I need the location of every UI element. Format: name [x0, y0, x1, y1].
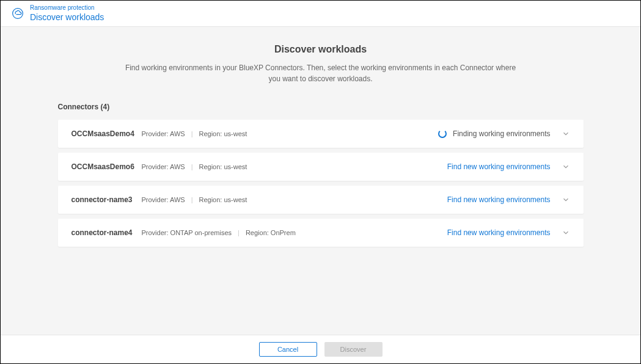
connector-name: OCCMsaasDemo6	[71, 162, 142, 171]
meta-divider: |	[191, 196, 193, 203]
page-title: Discover workloads	[1, 44, 640, 55]
connectors-section: Connectors (4) OCCMsaasDemo4 Provider: A…	[58, 103, 584, 247]
connector-meta: Provider: AWS | Region: us-west	[142, 163, 447, 170]
meta-divider: |	[238, 229, 240, 236]
header-subtitle: Ransomware protection	[30, 4, 104, 12]
connector-action: Find new working environments	[447, 228, 551, 237]
page-header: Ransomware protection Discover workloads	[1, 1, 640, 27]
meta-divider: |	[191, 163, 193, 170]
region-label: Region: OnPrem	[246, 229, 296, 236]
region-label: Region: us-west	[199, 196, 247, 203]
region-label: Region: us-west	[199, 163, 247, 170]
expand-toggle[interactable]	[562, 162, 570, 171]
chevron-down-icon	[562, 162, 570, 171]
connector-row: connector-name4 Provider: ONTAP on-premi…	[58, 219, 584, 247]
status-text: Finding working environments	[453, 129, 550, 138]
connector-name: connector-name3	[71, 195, 142, 204]
provider-label: Provider: AWS	[142, 196, 185, 203]
connector-meta: Provider: ONTAP on-premises | Region: On…	[142, 229, 447, 236]
chevron-down-icon	[562, 228, 570, 237]
meta-divider: |	[191, 130, 193, 137]
expand-toggle[interactable]	[562, 129, 570, 138]
page-description: Find working environments in your BlueXP…	[125, 62, 516, 84]
provider-label: Provider: ONTAP on-premises	[142, 229, 232, 236]
connector-meta: Provider: AWS | Region: us-west	[142, 196, 447, 203]
find-environments-link[interactable]: Find new working environments	[447, 162, 551, 171]
find-environments-link[interactable]: Find new working environments	[447, 228, 551, 237]
shield-cloud-icon	[12, 7, 24, 20]
connector-row: OCCMsaasDemo6 Provider: AWS | Region: us…	[58, 153, 584, 181]
connectors-heading: Connectors (4)	[58, 103, 584, 111]
region-label: Region: us-west	[199, 130, 247, 137]
content-area: Discover workloads Find working environm…	[1, 27, 640, 345]
connector-action: Find new working environments	[447, 195, 551, 204]
chevron-down-icon	[562, 129, 570, 138]
connector-meta: Provider: AWS | Region: us-west	[142, 130, 439, 137]
connector-action: Find new working environments	[447, 162, 551, 171]
discover-button[interactable]: Discover	[324, 342, 383, 357]
find-environments-link[interactable]: Find new working environments	[447, 195, 551, 204]
provider-label: Provider: AWS	[142, 130, 185, 137]
connector-name: connector-name4	[71, 228, 142, 237]
connector-row: connector-name3 Provider: AWS | Region: …	[58, 186, 584, 214]
expand-toggle[interactable]	[562, 195, 570, 204]
connector-row: OCCMsaasDemo4 Provider: AWS | Region: us…	[58, 120, 584, 148]
connector-status: Finding working environments	[438, 129, 550, 138]
header-title: Discover workloads	[30, 12, 104, 23]
cancel-button[interactable]: Cancel	[259, 342, 317, 357]
loading-spinner-icon	[438, 129, 447, 138]
expand-toggle[interactable]	[562, 228, 570, 237]
chevron-down-icon	[562, 195, 570, 204]
page-footer: Cancel Discover	[1, 335, 640, 363]
connector-name: OCCMsaasDemo4	[71, 129, 142, 138]
provider-label: Provider: AWS	[142, 163, 185, 170]
